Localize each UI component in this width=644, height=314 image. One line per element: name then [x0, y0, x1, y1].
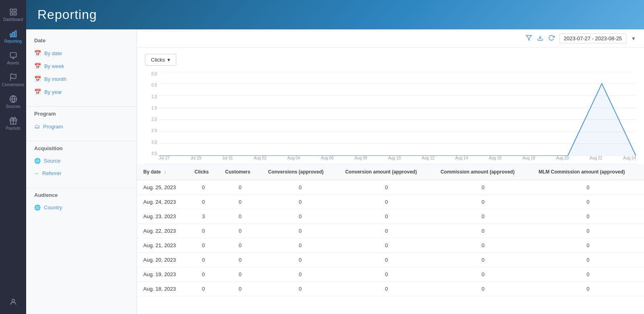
- sidebar-label-conversions: Conversions: [2, 83, 25, 87]
- cell-clicks-3: 0: [188, 224, 219, 238]
- x-label-3: Aug 02: [254, 156, 266, 164]
- sidebar-item-user[interactable]: [0, 294, 26, 310]
- x-label-13: Aug 22: [590, 156, 603, 164]
- panel-item-by-week[interactable]: 📅 By week: [26, 60, 136, 72]
- panel-item-source[interactable]: 🌐 Source: [26, 155, 136, 167]
- x-label-14: Aug 24: [623, 156, 636, 164]
- y-label-3: 2.0: [145, 117, 159, 122]
- x-label-11: Aug 18: [522, 156, 535, 164]
- svg-point-12: [12, 299, 14, 302]
- divider-2: [26, 141, 136, 141]
- sidebar-item-reporting[interactable]: Reporting: [0, 26, 26, 48]
- panel-item-by-date[interactable]: 📅 By date: [26, 47, 136, 60]
- cell-clicks-0: 0: [188, 180, 219, 195]
- cell-clicks-4: 0: [188, 238, 219, 253]
- col-header-mlm: MLM Commission amount (approved): [532, 164, 644, 180]
- cell-conversions-2: 0: [262, 209, 339, 224]
- svg-marker-13: [526, 35, 531, 40]
- calendar-icon-2: 📅: [34, 63, 41, 69]
- acquisition-section: Acquisition 🌐 Source ↔️ Referrer: [26, 143, 136, 180]
- sidebar-item-conversions[interactable]: Conversions: [0, 69, 26, 91]
- audience-section: Audience 🌐 Country: [26, 190, 136, 214]
- date-range-picker[interactable]: 2023-07-27 - 2023-08-25: [559, 33, 627, 43]
- divider-1: [26, 106, 136, 107]
- sidebar-label-sources: Sources: [6, 104, 21, 109]
- main-content: Reporting Date 📅 By date 📅 By week 📅 By …: [26, 0, 644, 314]
- sort-arrow-date: ↓: [164, 169, 166, 175]
- svg-rect-2: [10, 13, 12, 15]
- x-label-7: Aug 10: [388, 156, 401, 164]
- left-panel: Date 📅 By date 📅 By week 📅 By month 📅 By…: [26, 29, 137, 314]
- cell-clicks-5: 0: [188, 253, 219, 267]
- cell-conv-amount-1: 0: [339, 195, 434, 209]
- chart-header: Clicks ▾: [145, 54, 636, 66]
- cell-customers-5: 0: [219, 253, 262, 267]
- x-label-4: Aug 04: [287, 156, 300, 164]
- cell-conv-amount-7: 0: [339, 282, 434, 296]
- refresh-icon[interactable]: [548, 35, 555, 43]
- table-row: Aug. 22, 2023 0 0 0 0 0 0: [137, 224, 644, 238]
- page-header: Reporting: [26, 0, 644, 29]
- cell-customers-3: 0: [219, 224, 262, 238]
- panel-label-by-year: By year: [44, 89, 62, 95]
- x-label-0: Jul 27: [159, 156, 170, 164]
- metric-selector-button[interactable]: Clicks ▾: [145, 54, 176, 66]
- svg-rect-4: [10, 34, 11, 37]
- svg-rect-6: [15, 31, 16, 37]
- cell-conv-amount-2: 0: [339, 209, 434, 224]
- sidebar-item-assets[interactable]: Assets: [0, 48, 26, 69]
- sidebar-item-payouts[interactable]: Payouts: [0, 113, 26, 134]
- panel-item-by-year[interactable]: 📅 By year: [26, 85, 136, 98]
- cell-date-6: Aug. 19, 2023: [137, 267, 188, 282]
- sidebar: Dashboard Reporting Assets Conversions S…: [0, 0, 26, 314]
- cell-date-0: Aug. 25, 2023: [137, 180, 188, 195]
- panel-item-country[interactable]: 🌐 Country: [26, 201, 136, 214]
- y-label-1: 3.0: [145, 140, 159, 145]
- cell-commission-5: 0: [434, 253, 532, 267]
- cell-date-5: Aug. 20, 2023: [137, 253, 188, 267]
- cell-clicks-2: 3: [188, 209, 219, 224]
- calendar-icon-3: 📅: [34, 76, 41, 82]
- y-label-0: 3.5: [145, 151, 159, 156]
- filter-icon[interactable]: [526, 35, 532, 43]
- cell-customers-7: 0: [219, 282, 262, 296]
- cell-conversions-5: 0: [262, 253, 339, 267]
- cell-clicks-7: 0: [188, 282, 219, 296]
- panel-item-by-month[interactable]: 📅 By month: [26, 72, 136, 85]
- export-icon[interactable]: [537, 35, 543, 43]
- panel-label-program: Program: [43, 124, 63, 130]
- table-section: By date ↓ Clicks Customers Conversions (…: [137, 164, 644, 314]
- x-label-12: Aug 20: [556, 156, 569, 164]
- sidebar-label-dashboard: Dashboard: [3, 17, 23, 22]
- y-label-7: 0.0: [145, 72, 159, 76]
- program-section-title: Program: [26, 109, 136, 120]
- sidebar-item-sources[interactable]: Sources: [0, 91, 26, 113]
- cell-mlm-3: 0: [532, 224, 644, 238]
- panel-label-by-week: By week: [44, 63, 64, 69]
- chart-x-axis: Jul 27 Jul 29 Jul 31 Aug 02 Aug 04 Aug 0…: [159, 156, 636, 164]
- cell-commission-7: 0: [434, 282, 532, 296]
- cell-date-3: Aug. 22, 2023: [137, 224, 188, 238]
- cell-customers-6: 0: [219, 267, 262, 282]
- sidebar-item-dashboard[interactable]: Dashboard: [0, 4, 26, 26]
- date-chevron-icon[interactable]: ▼: [631, 36, 636, 41]
- y-label-6: 0.5: [145, 83, 159, 87]
- x-label-1: Jul 29: [190, 156, 201, 164]
- cell-customers-2: 0: [219, 209, 262, 224]
- x-label-9: Aug 14: [455, 156, 468, 164]
- cell-mlm-0: 0: [532, 180, 644, 195]
- dropdown-arrow-icon: ▾: [167, 57, 170, 63]
- panel-label-by-month: By month: [44, 76, 66, 82]
- audience-section-title: Audience: [26, 190, 136, 201]
- table-row: Aug. 23, 2023 3 0 0 0 0 0: [137, 209, 644, 224]
- cell-commission-3: 0: [434, 224, 532, 238]
- col-header-conversion-amount: Conversion amount (approved): [339, 164, 434, 180]
- panel-item-referrer[interactable]: ↔️ Referrer: [26, 167, 136, 180]
- col-header-date[interactable]: By date ↓: [137, 164, 188, 180]
- top-bar: 2023-07-27 - 2023-08-25 ▼: [137, 29, 644, 48]
- svg-rect-0: [10, 9, 12, 12]
- col-header-commission: Commission amount (approved): [434, 164, 532, 180]
- cell-commission-4: 0: [434, 238, 532, 253]
- panel-item-program[interactable]: 🗂 Program: [26, 120, 136, 133]
- cell-mlm-7: 0: [532, 282, 644, 296]
